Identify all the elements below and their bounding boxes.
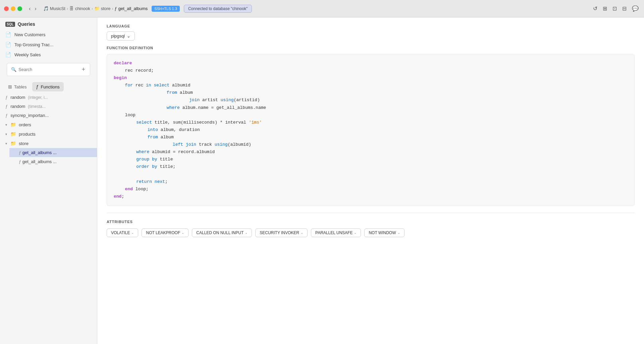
tree-item-get-all-albums-2[interactable]: ƒ get_all_albums ... xyxy=(9,157,97,166)
attr-chevron-5: ⌄ xyxy=(354,231,357,234)
breadcrumb-label-function: get_all_albums xyxy=(118,6,148,11)
code-line-order: order by title; xyxy=(126,164,175,169)
tab-tables-label: Tables xyxy=(14,84,27,89)
code-line-group: group by title xyxy=(126,157,173,162)
content-area: LANGUAGE plpgsql ⌄ FUNCTION DEFINITION d… xyxy=(97,17,644,344)
breadcrumb-item-chinook[interactable]: 🗄 chinook xyxy=(69,6,90,11)
traffic-lights xyxy=(4,6,22,11)
view-toggle-3[interactable]: ⊟ xyxy=(621,4,628,13)
code-line-from-inner: from album xyxy=(132,135,174,140)
tree-group-products[interactable]: ▾ 📁 products xyxy=(0,129,97,139)
folder-icon-store: 📁 xyxy=(10,141,16,146)
function-def-label: FUNCTION DEFINITION xyxy=(107,46,635,50)
breadcrumb: 🎵 MusicSt › 🗄 chinook › 📁 store › ƒ get_… xyxy=(43,5,589,13)
sidebar-item-weekly-sales[interactable]: 📄 Weekly Sales xyxy=(0,50,97,60)
tab-functions[interactable]: ƒ Functions xyxy=(32,82,64,91)
tree-group-store[interactable]: ▾ 📁 store xyxy=(0,139,97,148)
sql-icon: SQL xyxy=(5,22,15,27)
breadcrumb-item-musicst[interactable]: 🎵 MusicSt xyxy=(43,6,65,11)
query-label-top-grossing: Top Grossing Trac... xyxy=(14,42,53,47)
attr-chevron-2: ⌄ xyxy=(181,231,184,234)
language-dropdown[interactable]: plpgsql ⌄ xyxy=(107,31,135,41)
attr-chevron-1: ⌄ xyxy=(131,231,134,234)
tree-text-get-all-albums-2: get_all_albums ... xyxy=(22,159,57,164)
function-icon-breadcrumb: ƒ xyxy=(115,6,117,11)
view-toggle-2[interactable]: ⊡ xyxy=(611,4,618,13)
attributes-row: VOLATILE ⌄ NOT LEAKPROOF ⌄ CALLED ON NUL… xyxy=(107,228,635,237)
tree-label-orders: orders xyxy=(19,122,31,127)
tree-item-random-1[interactable]: ƒ random (integer, i... xyxy=(0,93,97,102)
attr-called-on-null[interactable]: CALLED ON NULL INPUT ⌄ xyxy=(192,228,252,237)
attributes-section: ATTRIBUTES VOLATILE ⌄ NOT LEAKPROOF ⌄ CA… xyxy=(97,213,644,244)
minimize-button[interactable] xyxy=(11,6,15,11)
breadcrumb-item-function[interactable]: ƒ get_all_albums xyxy=(115,6,148,11)
breadcrumb-label-store: store xyxy=(101,6,111,11)
maximize-button[interactable] xyxy=(17,6,22,11)
tree-item-random-2[interactable]: ƒ random (timestа... xyxy=(0,102,97,111)
notification-banner: Connected to database "chinook" xyxy=(184,5,252,13)
breadcrumb-item-store[interactable]: 📁 store xyxy=(94,6,111,11)
language-section: LANGUAGE plpgsql ⌄ xyxy=(97,17,644,41)
attr-chevron-3: ⌄ xyxy=(245,231,248,234)
tree-text-get-all-albums-1: get_all_albums ... xyxy=(22,150,57,155)
code-line-where-2: where albumid = record.albumid xyxy=(126,149,215,154)
func-icon-5: ƒ xyxy=(19,159,21,164)
breadcrumb-sep-3: › xyxy=(112,6,113,11)
code-line-for: for rec in select albumid xyxy=(120,83,191,88)
forward-button[interactable]: › xyxy=(33,5,38,12)
tree-item-syncrep[interactable]: ƒ syncrep_importan... xyxy=(0,111,97,120)
tree-label-products: products xyxy=(19,132,36,137)
chevron-store: ▾ xyxy=(5,142,7,145)
sidebar-item-top-grossing[interactable]: 📄 Top Grossing Trac... xyxy=(0,40,97,50)
view-toggle-1[interactable]: ⊞ xyxy=(601,4,608,13)
attr-parallel-unsafe[interactable]: PARALLEL UNSAFE ⌄ xyxy=(311,228,361,237)
tree-item-get-all-albums-1[interactable]: ƒ get_all_albums ... xyxy=(9,148,97,157)
sidebar-item-new-customers[interactable]: 📄 New Customers xyxy=(0,29,97,40)
attr-security-invoker[interactable]: SECURITY INVOKER ⌄ xyxy=(255,228,308,237)
musicst-icon: 🎵 xyxy=(43,6,49,11)
add-button[interactable]: + xyxy=(81,66,86,73)
folder-icon-products: 📁 xyxy=(10,131,16,137)
main-layout: SQL Queries 📄 New Customers 📄 Top Grossi… xyxy=(0,17,644,344)
attr-not-window[interactable]: NOT WINDOW ⌄ xyxy=(364,228,404,237)
tab-tables[interactable]: ⊞ Tables xyxy=(4,82,31,91)
language-value: plpgsql xyxy=(111,33,125,39)
dropdown-chevron: ⌄ xyxy=(127,33,130,39)
query-icon-1: 📄 xyxy=(5,32,11,37)
code-line-loop: loop xyxy=(120,113,136,118)
code-line-from-album: from album xyxy=(138,90,193,95)
folder-icon-breadcrumb: 📁 xyxy=(94,6,100,11)
tree-group-orders[interactable]: ▾ 📁 orders xyxy=(0,120,97,129)
language-label: LANGUAGE xyxy=(107,24,635,28)
chevron-products: ▾ xyxy=(5,132,7,136)
sidebar-tree: ƒ random (integer, i... ƒ random (timest… xyxy=(0,93,97,344)
tree-text-random-1: random xyxy=(10,95,25,100)
code-line-return: return next; xyxy=(126,179,168,184)
attr-not-leakproof[interactable]: NOT LEAKPROOF ⌄ xyxy=(142,228,189,237)
attr-parallel-unsafe-label: PARALLEL UNSAFE xyxy=(315,230,353,235)
attr-volatile[interactable]: VOLATILE ⌄ xyxy=(107,228,138,237)
query-label-weekly-sales: Weekly Sales xyxy=(14,52,41,57)
close-button[interactable] xyxy=(4,6,9,11)
connection-badge: SSH+TLS 1.3 xyxy=(152,6,180,12)
code-block[interactable]: declare rec record; begin for rec in sel… xyxy=(107,54,635,206)
back-button[interactable]: ‹ xyxy=(28,5,32,12)
attr-chevron-4: ⌄ xyxy=(301,231,303,234)
code-line-where-1: where album.name = get_all_albums.name xyxy=(138,105,266,110)
query-label-new-customers: New Customers xyxy=(14,32,45,37)
attr-chevron-6: ⌄ xyxy=(397,231,400,234)
refresh-button[interactable]: ↺ xyxy=(592,4,599,13)
search-bar: 🔍 + xyxy=(7,63,90,76)
database-icon: 🗄 xyxy=(69,6,74,11)
attr-not-leakproof-label: NOT LEAKPROOF xyxy=(146,230,180,235)
code-line-into: into album, duration xyxy=(132,127,200,132)
code-line-select-inner: select title, sum(milliseconds) * interv… xyxy=(126,120,262,125)
code-line-left-join: left join track using(albumid) xyxy=(144,142,251,147)
chat-button[interactable]: 💬 xyxy=(631,4,640,13)
folder-icon-orders: 📁 xyxy=(10,122,16,127)
attributes-label: ATTRIBUTES xyxy=(107,220,635,224)
search-input[interactable] xyxy=(18,67,79,72)
chevron-orders: ▾ xyxy=(5,123,7,127)
functions-icon: ƒ xyxy=(36,84,39,89)
attr-security-invoker-label: SECURITY INVOKER xyxy=(260,230,299,235)
